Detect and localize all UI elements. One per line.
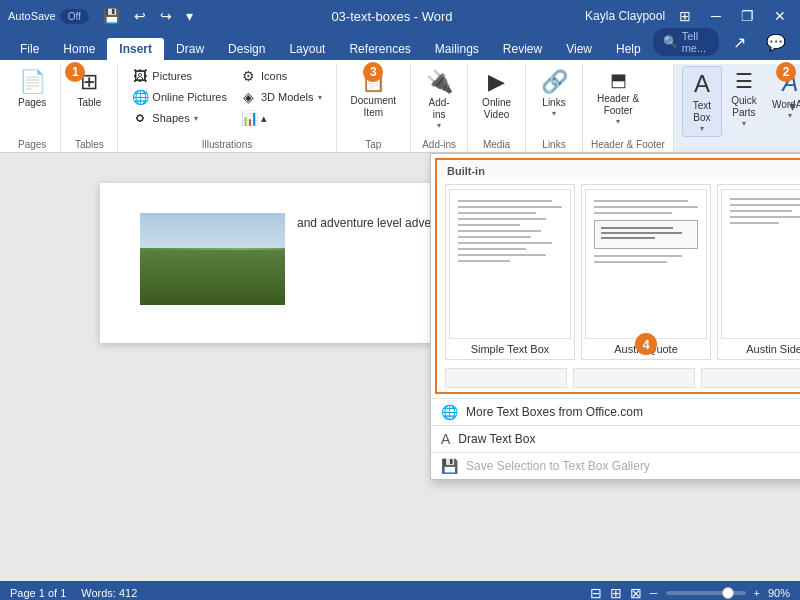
minimize-button[interactable]: ─ xyxy=(705,6,727,26)
title-bar-left: AutoSave Off 💾 ↩ ↪ ▾ xyxy=(8,6,199,26)
chart-button[interactable]: 📊 ▴ xyxy=(235,108,328,128)
tab-insert[interactable]: Insert xyxy=(107,38,164,60)
main-content: and adventure level adventurer or a casu… xyxy=(0,153,800,581)
zoom-level[interactable]: 90% xyxy=(768,587,790,599)
3d-models-button[interactable]: ◈ 3D Models ▾ xyxy=(235,87,328,107)
a-line1 xyxy=(594,200,688,202)
gallery-item-sidebar[interactable]: Austin Sidebar xyxy=(717,184,800,360)
zoom-slider[interactable] xyxy=(666,591,746,595)
line11 xyxy=(458,260,510,262)
word-count: Words: 412 xyxy=(81,587,137,599)
online-video-button[interactable]: ▶ OnlineVideo xyxy=(476,66,517,124)
simple-label: Simple Text Box xyxy=(471,343,550,355)
links-group-label: Links xyxy=(534,137,574,150)
pages-group-label: Pages xyxy=(12,137,52,150)
illustrations-stack2: ⚙ Icons ◈ 3D Models ▾ 📊 ▴ xyxy=(235,66,328,128)
sidebar-label: Austin Sidebar xyxy=(746,343,800,355)
links-button[interactable]: 🔗 Links ▾ xyxy=(534,66,574,121)
doc-image-content xyxy=(140,213,285,305)
header-footer-button[interactable]: ⬒ Header &Footer ▾ xyxy=(591,66,645,129)
ribbon-tabs: File Home Insert Draw Design Layout Refe… xyxy=(0,32,800,60)
header-footer-buttons: ⬒ Header &Footer ▾ xyxy=(591,66,645,137)
gallery-item-partial-1[interactable] xyxy=(445,368,567,388)
tab-draw[interactable]: Draw xyxy=(164,38,216,60)
ribbon-group-tables: 1 ⊞ Table Tables xyxy=(61,64,118,152)
search-icon: 🔍 xyxy=(663,35,678,49)
sky xyxy=(140,213,285,248)
text-box-chevron: ▾ xyxy=(700,124,704,133)
search-box[interactable]: 🔍 Tell me... xyxy=(653,28,719,56)
online-pictures-button[interactable]: 🌐 Online Pictures xyxy=(126,87,233,107)
redo-button[interactable]: ↪ xyxy=(154,6,178,26)
addins-button[interactable]: 🔌 Add-ins ▾ xyxy=(419,66,459,133)
s-line3 xyxy=(730,210,792,212)
read-mode-button[interactable]: ⊞ xyxy=(610,585,622,600)
ribbon-group-text: A TextBox ▾ ☰ QuickParts ▾ A WordArt ▾ ⁴… xyxy=(674,64,800,152)
ribbon-scroll-right[interactable]: ▾ xyxy=(789,98,796,114)
tap-group-label: Tap xyxy=(345,137,403,150)
ribbon-group-addins: 🔌 Add-ins ▾ Add-ins xyxy=(411,64,468,152)
web-layout-button[interactable]: ⊠ xyxy=(630,585,642,600)
tab-design[interactable]: Design xyxy=(216,38,277,60)
close-button[interactable]: ✕ xyxy=(768,6,792,26)
status-right: ⊟ ⊞ ⊠ ─ + 90% xyxy=(590,585,790,600)
customize-qat-button[interactable]: ▾ xyxy=(180,6,199,26)
line10 xyxy=(458,254,546,256)
shapes-button[interactable]: ⭘ Shapes ▾ xyxy=(126,108,233,128)
autosave-toggle[interactable]: Off xyxy=(60,9,89,24)
built-in-label: Built-in xyxy=(437,160,800,180)
text-box-button[interactable]: A TextBox ▾ xyxy=(682,66,722,137)
tab-view[interactable]: View xyxy=(554,38,604,60)
zoom-plus[interactable]: + xyxy=(754,587,760,599)
more-boxes-icon: 🌐 xyxy=(441,404,458,420)
links-buttons: 🔗 Links ▾ xyxy=(534,66,574,137)
gallery-section: Built-in xyxy=(435,158,800,394)
icons-button[interactable]: ⚙ Icons xyxy=(235,66,328,86)
save-selection-button[interactable]: 💾 Save Selection to Text Box Gallery xyxy=(431,453,800,479)
quote-box xyxy=(594,220,698,249)
restore-button[interactable]: ❐ xyxy=(735,6,760,26)
pages-button[interactable]: 📄 Pages xyxy=(12,66,52,112)
share-button[interactable]: ↗ xyxy=(727,31,752,54)
gallery-item-simple[interactable]: Simple Text Box xyxy=(445,184,575,360)
quick-parts-chevron: ▾ xyxy=(742,119,746,128)
tab-review[interactable]: Review xyxy=(491,38,554,60)
addins-group-label: Add-ins xyxy=(419,137,459,150)
ribbon-group-tap: 3 📋 DocumentItem Tap xyxy=(337,64,412,152)
more-boxes-label: More Text Boxes from Office.com xyxy=(466,405,643,419)
more-textboxes-button[interactable]: 🌐 More Text Boxes from Office.com ▶ xyxy=(431,399,800,425)
pictures-icon: 🖼 xyxy=(132,68,148,84)
tab-references[interactable]: References xyxy=(337,38,422,60)
tab-file[interactable]: File xyxy=(8,38,51,60)
gallery-item-partial-3[interactable] xyxy=(701,368,800,388)
tap-buttons: 3 📋 DocumentItem xyxy=(345,66,403,137)
header-footer-group-label: Header & Footer xyxy=(591,137,665,150)
tab-help[interactable]: Help xyxy=(604,38,653,60)
document-title: 03-text-boxes - Word xyxy=(199,9,585,24)
q-line3 xyxy=(601,237,655,239)
tab-mailings[interactable]: Mailings xyxy=(423,38,491,60)
line1 xyxy=(458,200,552,202)
zoom-thumb[interactable] xyxy=(722,587,734,599)
tab-layout[interactable]: Layout xyxy=(277,38,337,60)
quick-parts-button[interactable]: ☰ QuickParts ▾ xyxy=(724,66,764,131)
gallery-item-partial-2[interactable] xyxy=(573,368,695,388)
text-box-icon: A xyxy=(694,70,710,98)
tiles-button[interactable]: ⊞ xyxy=(673,6,697,26)
pictures-button[interactable]: 🖼 Pictures xyxy=(126,66,233,86)
undo-button[interactable]: ↩ xyxy=(128,6,152,26)
table-button[interactable]: 1 ⊞ Table xyxy=(69,66,109,112)
comments-button[interactable]: 💬 xyxy=(760,31,792,54)
tab-home[interactable]: Home xyxy=(51,38,107,60)
icons-icon: ⚙ xyxy=(241,68,257,84)
draw-textbox-button[interactable]: A Draw Text Box xyxy=(431,426,800,452)
undo-redo-area: 💾 ↩ ↪ ▾ xyxy=(97,6,199,26)
print-layout-button[interactable]: ⊟ xyxy=(590,585,602,600)
ribbon-group-illustrations: 🖼 Pictures 🌐 Online Pictures ⭘ Shapes ▾ … xyxy=(118,64,336,152)
document-item-button[interactable]: 3 📋 DocumentItem xyxy=(345,66,403,122)
save-button[interactable]: 💾 xyxy=(97,6,126,26)
zoom-minus[interactable]: ─ xyxy=(650,587,658,599)
sidebar-preview xyxy=(721,189,800,339)
addins-chevron: ▾ xyxy=(437,121,441,130)
ribbon-group-media: ▶ OnlineVideo Media xyxy=(468,64,526,152)
